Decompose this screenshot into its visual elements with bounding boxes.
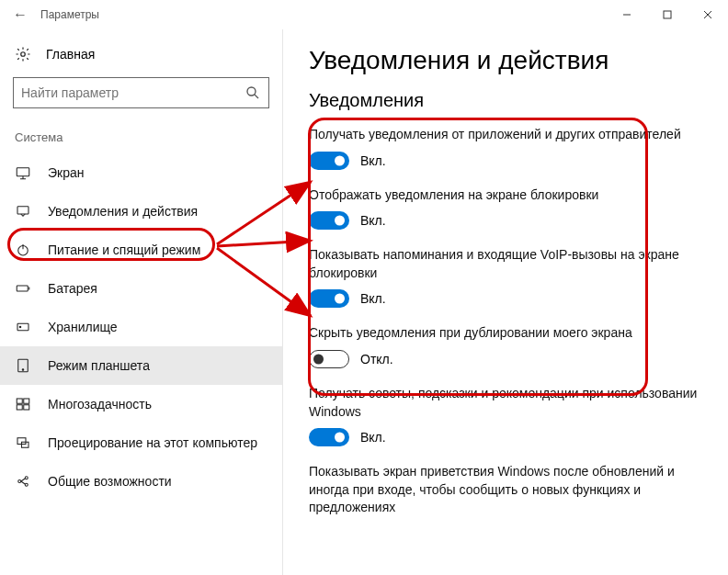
sidebar-item-label: Питание и спящий режим <box>48 242 200 257</box>
projecting-icon <box>15 434 31 451</box>
sidebar-item-label: Экран <box>48 165 85 180</box>
setting-label: Получать уведомления от приложений и дру… <box>309 126 702 144</box>
sidebar-item-label: Режим планшета <box>48 358 150 373</box>
svg-rect-4 <box>17 207 28 214</box>
titlebar: ← Параметры <box>0 0 728 29</box>
shared-icon <box>15 473 31 490</box>
sidebar-item-projecting[interactable]: Проецирование на этот компьютер <box>0 423 282 462</box>
toggle-state: Вкл. <box>360 291 386 306</box>
svg-rect-3 <box>17 168 29 176</box>
svg-rect-13 <box>17 405 22 410</box>
search-icon <box>245 85 261 101</box>
svg-point-17 <box>18 480 21 483</box>
setting-row: Отображать уведомления на экране блокиро… <box>309 186 702 231</box>
sidebar: Главная Система Экран Уведомления и дейс… <box>0 29 283 575</box>
sidebar-item-display[interactable]: Экран <box>0 153 282 192</box>
toggle-switch[interactable] <box>309 289 349 308</box>
setting-label: Показывать экран приветствия Windows пос… <box>309 463 702 517</box>
toggle-state: Вкл. <box>360 213 386 228</box>
tablet-icon <box>15 357 31 374</box>
svg-point-18 <box>25 477 28 479</box>
maximize-button[interactable] <box>647 0 688 29</box>
setting-row: Скрыть уведомления при дублировании моег… <box>309 324 702 368</box>
main-panel: Уведомления и действия Уведомления Получ… <box>283 29 728 575</box>
sidebar-home-label: Главная <box>46 47 95 62</box>
sidebar-item-shared[interactable]: Общие возможности <box>0 462 282 501</box>
power-icon <box>15 242 31 258</box>
sidebar-item-label: Многозадачность <box>48 397 152 412</box>
toggle-state: Вкл. <box>360 153 386 168</box>
sidebar-item-label: Проецирование на этот компьютер <box>48 435 257 450</box>
svg-rect-6 <box>17 286 28 291</box>
window-title: Параметры <box>40 8 99 21</box>
notification-icon <box>15 203 31 220</box>
setting-label: Получать советы, подсказки и рекомендаци… <box>309 385 702 421</box>
sidebar-item-notifications[interactable]: Уведомления и действия <box>0 192 282 231</box>
toggle-switch[interactable] <box>309 350 349 368</box>
sidebar-item-battery[interactable]: Батарея <box>0 269 282 308</box>
sidebar-item-storage[interactable]: Хранилище <box>0 308 282 346</box>
search-input[interactable] <box>21 85 237 100</box>
sidebar-home[interactable]: Главная <box>0 40 282 68</box>
setting-row: Показывать напоминания и входящие VoIP-в… <box>309 246 702 308</box>
svg-rect-16 <box>22 442 29 447</box>
sidebar-item-tablet[interactable]: Режим планшета <box>0 346 282 385</box>
back-button[interactable]: ← <box>7 6 33 23</box>
setting-row: Показывать экран приветствия Windows пос… <box>309 463 702 517</box>
setting-row: Получать советы, подсказки и рекомендаци… <box>309 385 702 446</box>
sidebar-item-label: Уведомления и действия <box>48 204 198 219</box>
setting-label: Показывать напоминания и входящие VoIP-в… <box>309 246 702 282</box>
svg-rect-12 <box>24 399 29 403</box>
minimize-button[interactable] <box>607 0 647 29</box>
section-title: Уведомления <box>309 90 702 111</box>
toggle-state: Откл. <box>360 352 393 366</box>
toggle-state: Вкл. <box>360 430 386 445</box>
svg-rect-0 <box>664 11 671 18</box>
gear-icon <box>15 46 31 62</box>
sidebar-item-label: Хранилище <box>48 320 118 334</box>
toggle-switch[interactable] <box>309 152 349 170</box>
svg-point-8 <box>19 326 21 328</box>
search-box[interactable] <box>13 77 269 108</box>
toggle-switch[interactable] <box>309 211 349 230</box>
svg-point-2 <box>247 87 256 96</box>
close-button[interactable] <box>688 0 728 29</box>
setting-row: Получать уведомления от приложений и дру… <box>309 126 702 170</box>
toggle-switch[interactable] <box>309 428 349 446</box>
storage-icon <box>15 319 31 335</box>
multitask-icon <box>15 396 31 412</box>
setting-label: Скрыть уведомления при дублировании моег… <box>309 324 702 343</box>
battery-icon <box>15 280 31 297</box>
category-label: Система <box>0 108 282 153</box>
sidebar-item-label: Батарея <box>48 281 97 296</box>
sidebar-item-label: Общие возможности <box>48 474 172 489</box>
svg-point-1 <box>21 52 26 57</box>
page-title: Уведомления и действия <box>309 46 702 75</box>
sidebar-item-multitask[interactable]: Многозадачность <box>0 385 282 423</box>
setting-label: Отображать уведомления на экране блокиро… <box>309 186 702 205</box>
svg-point-10 <box>22 369 24 371</box>
svg-point-19 <box>25 483 28 486</box>
svg-rect-11 <box>17 399 22 403</box>
display-icon <box>15 164 31 181</box>
sidebar-item-power[interactable]: Питание и спящий режим <box>0 231 282 269</box>
svg-rect-14 <box>24 405 29 410</box>
